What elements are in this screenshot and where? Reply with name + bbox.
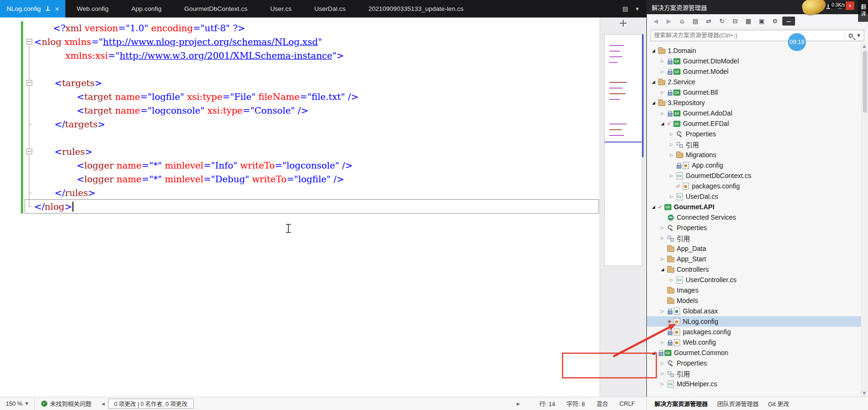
chevron-down-icon[interactable]: ▼	[857, 33, 860, 38]
tree-item[interactable]: ◢✓Gourmet.API	[647, 202, 868, 212]
line-ending-indicator[interactable]: CRLF	[619, 401, 635, 407]
code-line[interactable]: <target name="logfile" xsi:type="File" f…	[34, 90, 600, 104]
sync-with-active-document-icon[interactable]: ⇄	[703, 16, 715, 27]
tree-item[interactable]: ▷Gourmet.DtoModel	[647, 56, 868, 66]
expander-icon[interactable]: ▷	[668, 142, 675, 147]
document-list-icon[interactable]: ▤	[622, 5, 628, 12]
tool-window-tab[interactable]: Git 更改	[763, 399, 794, 408]
refresh-icon[interactable]: ↻	[716, 16, 728, 27]
code-lines[interactable]: <?xml version="1.0" encoding="utf-8" ?><…	[34, 18, 600, 397]
expander-icon[interactable]: ▷	[659, 371, 666, 376]
wrench-icon[interactable]: ⚙	[769, 16, 781, 27]
code-line[interactable]: xmlns:xsi="http://www.w3.org/2001/XMLSch…	[34, 49, 600, 62]
expander-icon[interactable]: ▷	[659, 236, 666, 241]
expander-icon[interactable]: ▷	[659, 361, 666, 365]
expander-icon[interactable]: ▷	[659, 225, 666, 230]
zoom-control[interactable]: 150 % ▼	[4, 397, 35, 410]
expander-icon[interactable]: ▷	[659, 309, 666, 313]
tree-item[interactable]: ▷UserController.cs	[647, 275, 868, 285]
tool-window-tab[interactable]: 团队资源管理器	[713, 399, 764, 408]
document-health[interactable]: ✓ 未找到相关问题	[35, 399, 98, 408]
editor-tab[interactable]: 202109090335133_update-len.cs	[357, 0, 475, 18]
code-line[interactable]: <logger name="*" minlevel="Debug" writeT…	[34, 172, 600, 186]
tree-item[interactable]: ▷Gourmet.Bll	[647, 87, 868, 98]
tree-item[interactable]: ▷Gourmet.AdoDal	[647, 108, 868, 118]
encoding-indicator[interactable]: 混合	[596, 399, 608, 408]
tool-window-tab[interactable]: 解决方案资源管理器	[650, 399, 713, 408]
code-line[interactable]: <targets>	[34, 76, 600, 90]
expander-icon[interactable]: ◢	[659, 267, 666, 272]
tree-item[interactable]: ▷Properties	[647, 358, 868, 368]
tree-item[interactable]: ▷Properties	[647, 129, 868, 139]
code-line[interactable]: </rules>	[34, 186, 600, 200]
expander-icon[interactable]: ▷	[659, 90, 666, 95]
scroll-left-icon[interactable]: ◀	[98, 401, 108, 406]
recorder-close-icon[interactable]: ×	[846, 1, 854, 10]
expander-icon[interactable]: ▷	[659, 69, 666, 74]
close-icon[interactable]: ×	[54, 5, 60, 12]
pin-icon[interactable]	[45, 6, 50, 12]
tree-item[interactable]: ✓packages.config	[647, 181, 868, 191]
expander-icon[interactable]: ◢	[650, 100, 657, 105]
scroll-right-icon[interactable]: ▶	[513, 401, 523, 406]
home-icon[interactable]: ⌂	[676, 16, 688, 27]
search-icon[interactable]	[849, 34, 853, 38]
minimize-overlay-icon[interactable]: −	[782, 17, 795, 26]
tree-scrollbar[interactable]: ▲ ▼	[861, 43, 868, 397]
tree-item[interactable]: ▷引用	[647, 139, 868, 150]
split-editor-handle[interactable]	[619, 19, 627, 27]
source-control-changes[interactable]: 0 项更改 | 0 名作者, 0 项更改	[108, 399, 193, 409]
tree-item[interactable]: ▷引用	[647, 233, 868, 243]
expander-icon[interactable]: ◢	[659, 121, 666, 126]
scroll-up-icon[interactable]: ▲	[863, 44, 866, 48]
tree-item[interactable]: ▷Global.asax	[647, 306, 868, 316]
editor-tab[interactable]: App.config	[120, 0, 173, 18]
show-all-files-icon[interactable]: ▤	[689, 16, 701, 27]
tree-item[interactable]: ▷Web.config	[647, 337, 868, 348]
editor-area[interactable]: −−− <?xml version="1.0" encoding="utf-8"…	[0, 18, 646, 397]
expander-icon[interactable]: ◢	[650, 205, 657, 209]
code-line[interactable]	[34, 131, 600, 145]
code-line[interactable]: </nlog>	[34, 200, 600, 214]
expander-icon[interactable]: ▷	[659, 59, 666, 63]
tree-item[interactable]: ▷Properties	[647, 223, 868, 233]
tree-item[interactable]: ◢Controllers	[647, 264, 868, 275]
tree-item[interactable]: Images	[647, 285, 868, 295]
tree-item[interactable]: ◢Gourmet.Common	[647, 348, 868, 358]
expander-icon[interactable]: ◢	[650, 80, 657, 84]
expander-icon[interactable]: ▷	[668, 194, 675, 199]
editor-tab[interactable]: GourmetDbContext.cs	[173, 0, 259, 18]
tree-item[interactable]: ◢3.Repository	[647, 98, 868, 108]
expander-icon[interactable]: ▷	[668, 132, 675, 136]
tree-item[interactable]: ▷UserDal.cs	[647, 191, 868, 202]
scrollbar-thumb[interactable]	[863, 51, 867, 113]
tree-item[interactable]: App.config	[647, 160, 868, 170]
tree-item[interactable]: ◢1.Domain	[647, 45, 868, 56]
caret-column-indicator[interactable]: 字符: 8	[566, 399, 585, 408]
tree-item[interactable]: ▷App_Start	[647, 254, 868, 264]
tree-item[interactable]: packages.config	[647, 327, 868, 337]
tree-item[interactable]: ▷GourmetDbContext.cs	[647, 170, 868, 181]
tree-item[interactable]: ▷引用	[647, 368, 868, 379]
expander-icon[interactable]: ▷	[659, 382, 666, 386]
fold-toggle-icon[interactable]: −	[27, 39, 32, 45]
code-line[interactable]: <?xml version="1.0" encoding="utf-8" ?>	[34, 21, 600, 35]
tab-options-icon[interactable]: ▾	[635, 5, 639, 12]
fold-toggle-icon[interactable]: −	[27, 149, 32, 154]
code-line[interactable]: <target name="logconsole" xsi:type="Cons…	[34, 104, 600, 117]
back-icon[interactable]: ◀	[650, 16, 662, 27]
collapse-all-icon[interactable]: ⊟	[729, 16, 741, 27]
caret-line-indicator[interactable]: 行: 14	[539, 399, 555, 408]
code-line[interactable]	[34, 62, 600, 76]
editor-tab[interactable]: Web.config	[65, 0, 120, 18]
forward-icon[interactable]: ▶	[663, 16, 675, 27]
expander-icon[interactable]: ◢	[650, 48, 657, 53]
expander-icon[interactable]: ▷	[668, 173, 675, 178]
code-line[interactable]: <logger name="*" minlevel="Info" writeTo…	[34, 159, 600, 172]
code-line[interactable]: <rules>	[34, 145, 600, 159]
tree-item[interactable]: Models	[647, 295, 868, 306]
code-line[interactable]: <nlog xmlns="http://www.nlog-project.org…	[34, 35, 600, 49]
tree-item[interactable]: ▷Migrations	[647, 150, 868, 160]
tree-item[interactable]: ◢2.Service	[647, 77, 868, 87]
expander-icon[interactable]: ▷	[668, 277, 675, 282]
